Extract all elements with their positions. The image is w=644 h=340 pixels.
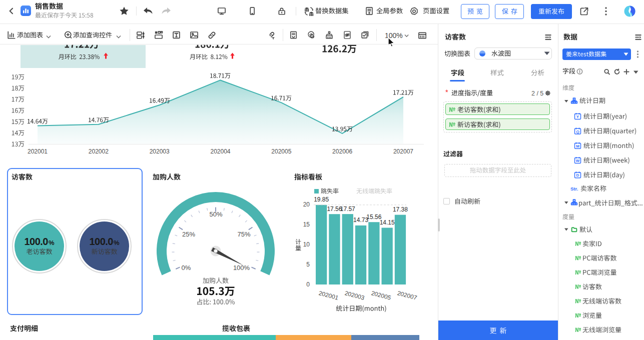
- svg-text:D: D: [576, 174, 579, 178]
- svg-text:Q: Q: [576, 130, 579, 134]
- svg-text:Y: Y: [576, 114, 579, 119]
- svg-text:W: W: [576, 158, 580, 163]
- svg-text:M: M: [576, 144, 579, 148]
